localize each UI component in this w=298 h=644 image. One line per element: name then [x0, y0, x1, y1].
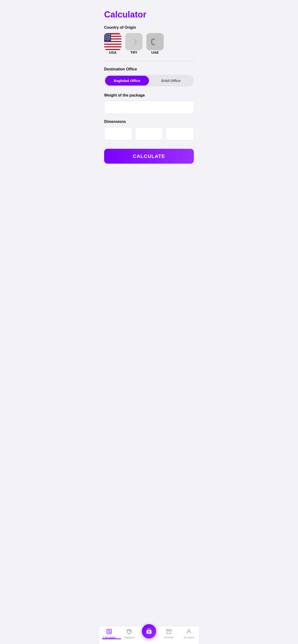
country-uae[interactable]: C UAE	[146, 33, 164, 54]
svg-point-10	[148, 631, 150, 632]
uae-label: UAE	[151, 50, 159, 54]
weight-section: Weight of the package	[104, 93, 194, 114]
calculator-icon	[106, 628, 112, 635]
account-nav-label: Account	[184, 636, 194, 639]
country-usa[interactable]: ★★★★★ ★★★★★ ★★★★★ ★★★★★ ★★★★★ USA	[104, 33, 121, 54]
country-of-origin-label: Country of Origin	[104, 26, 194, 30]
baghdad-office-option[interactable]: Baghdad Office	[105, 76, 149, 86]
weight-input[interactable]	[104, 101, 194, 114]
destination-toggle: Baghdad Office Erbil Office	[104, 75, 194, 86]
svg-text:C: C	[150, 37, 156, 47]
support-nav-label: Support	[124, 636, 134, 639]
usa-flag-icon: ★★★★★ ★★★★★ ★★★★★ ★★★★★ ★★★★★	[104, 33, 121, 50]
try-label: TRY	[130, 50, 137, 54]
nav-center-button[interactable]	[142, 624, 156, 638]
divider	[104, 61, 194, 61]
archive-icon	[166, 628, 172, 635]
dimensions-label: Dimensions	[104, 120, 194, 124]
nav-support[interactable]: Support	[122, 628, 136, 639]
page-title: Calculator	[104, 10, 194, 20]
bottom-nav: Calculator Support	[99, 626, 199, 644]
dimension-height-input[interactable]	[166, 127, 194, 140]
destination-office-section: Destination Office Baghdad Office Erbil …	[104, 67, 194, 86]
svg-rect-6	[109, 632, 110, 633]
calculate-button[interactable]: CALCULATE	[104, 149, 194, 164]
weight-label: Weight of the package	[104, 93, 194, 98]
svg-point-14	[188, 630, 190, 632]
country-of-origin-section: Country of Origin ★★★★★ ★★★★★ ★★★★★ ★★★★…	[104, 26, 194, 54]
usa-label: USA	[109, 50, 117, 54]
erbil-office-option[interactable]: Erbil Office	[149, 76, 193, 86]
dimension-width-input[interactable]	[135, 127, 163, 140]
dimension-length-input[interactable]	[104, 127, 132, 140]
archive-nav-label: Archive	[164, 636, 174, 639]
uae-flag-icon: C	[146, 33, 164, 50]
support-icon	[126, 628, 132, 635]
account-icon	[186, 628, 192, 635]
nav-account[interactable]: Account	[182, 628, 196, 639]
country-options: ★★★★★ ★★★★★ ★★★★★ ★★★★★ ★★★★★ USA ☽ TRY	[104, 33, 194, 54]
nav-archive[interactable]: Archive	[162, 628, 176, 639]
svg-rect-12	[167, 630, 171, 630]
nav-calculator[interactable]: Calculator	[102, 628, 116, 639]
try-flag-icon: ☽	[125, 33, 142, 50]
svg-rect-2	[107, 629, 112, 634]
dimensions-row	[104, 127, 194, 140]
destination-office-label: Destination Office	[104, 67, 194, 72]
dimensions-section: Dimensions	[104, 120, 194, 140]
svg-point-8	[129, 633, 129, 634]
country-try[interactable]: ☽ TRY	[125, 33, 142, 54]
